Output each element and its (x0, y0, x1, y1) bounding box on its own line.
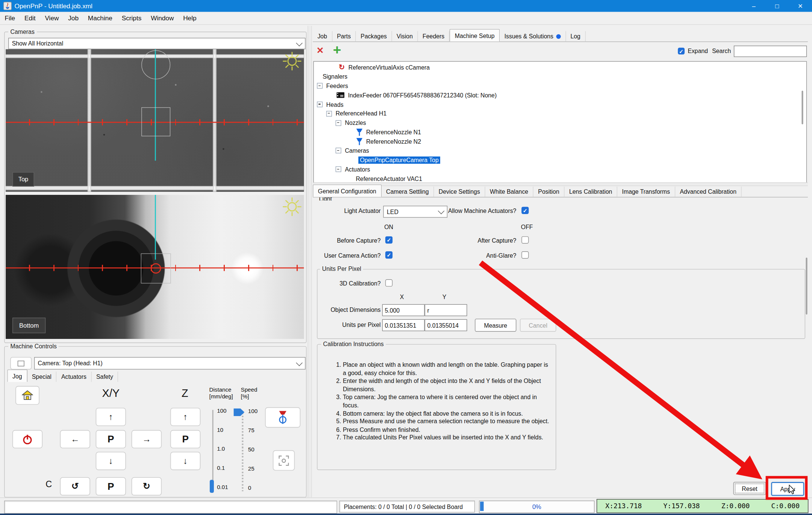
config-tab-camera-settling[interactable]: Camera Settling (382, 187, 434, 197)
camera-view-selector[interactable]: Show All Horizontal (8, 38, 306, 49)
z-header: Z (171, 387, 199, 400)
tree-node-nozzles[interactable]: Nozzles (314, 118, 806, 128)
menu-file[interactable]: File (0, 15, 20, 22)
brightness-sun-icon[interactable] (282, 196, 302, 217)
menu-help[interactable]: Help (179, 15, 201, 22)
tree-node-referenceactuator-vac1[interactable]: ReferenceActuator VAC1 (314, 174, 806, 183)
tree-node-referencevirtualaxis-ccamera[interactable]: ↻ReferenceVirtualAxis cCamera (314, 63, 806, 72)
tree-expander-icon[interactable] (317, 102, 323, 107)
user-camera-action-checkbox[interactable] (385, 251, 392, 258)
search-input[interactable] (734, 46, 807, 57)
apply-button[interactable]: Apply (771, 482, 804, 496)
mc-tab-safety[interactable]: Safety (92, 372, 118, 382)
reset-button[interactable]: Reset (733, 482, 766, 495)
tab-machine-setup[interactable]: Machine Setup (450, 29, 500, 41)
tree-expander-icon[interactable] (336, 148, 341, 153)
tree-node-signalers[interactable]: Signalers (314, 72, 806, 81)
distance-slider-handle[interactable] (210, 480, 214, 493)
mc-tab-jog[interactable]: Jog (7, 369, 27, 382)
mc-tab-special[interactable]: Special (27, 372, 56, 382)
jog-y-plus-button[interactable]: ↑ (96, 408, 126, 426)
config-tab-white-balance[interactable]: White Balance (485, 187, 533, 197)
object-dimensions-y-input[interactable]: r (425, 304, 467, 316)
tree-expander-icon[interactable] (336, 120, 341, 126)
tab-log[interactable]: Log (566, 31, 586, 42)
jog-z-minus-button[interactable]: ↓ (170, 452, 200, 470)
tree-node-indexfeeder-0670ff565457888367212340-slot-none[interactable]: IndexFeeder 0670FF565457888367212340 (Sl… (314, 91, 806, 100)
tree-expander-icon[interactable] (326, 111, 332, 117)
position-nozzle-over-camera-button[interactable] (265, 407, 300, 428)
tree-node-label: ReferenceNozzle N1 (365, 129, 423, 136)
minimize-button[interactable]: – (742, 0, 765, 12)
panel-splitter[interactable] (308, 26, 312, 498)
menu-edit[interactable]: Edit (20, 15, 40, 22)
collapse-jog-button[interactable] (11, 357, 32, 369)
menu-scripts[interactable]: Scripts (117, 15, 146, 22)
config-tab-advanced-calibration[interactable]: Advanced Calibration (675, 187, 742, 197)
menu-view[interactable]: View (40, 15, 64, 22)
home-button[interactable] (15, 386, 39, 405)
config-tab-lens-calibration[interactable]: Lens Calibration (564, 187, 617, 197)
menu-job[interactable]: Job (64, 15, 83, 22)
notification-dot (556, 34, 561, 38)
menu-window[interactable]: Window (146, 15, 179, 22)
config-tab-image-transforms[interactable]: Image Transforms (617, 187, 675, 197)
close-button[interactable]: ✕ (789, 0, 812, 12)
tree-node-heads[interactable]: Heads (314, 100, 806, 109)
tree-expander-icon[interactable] (336, 167, 341, 172)
bottom-camera-view[interactable]: Bottom (6, 195, 304, 339)
expand-checkbox[interactable] (678, 48, 685, 55)
config-scrollbar[interactable] (806, 258, 807, 315)
tree-node-referencehead-h1[interactable]: ReferenceHead H1 (314, 109, 806, 118)
jog-y-minus-button[interactable]: ↓ (96, 452, 126, 470)
rotate-cw-button[interactable]: ↻ (132, 477, 162, 495)
tab-vision[interactable]: Vision (392, 31, 418, 42)
tab-packages[interactable]: Packages (356, 31, 392, 42)
config-tab-general-configuration[interactable]: General Configuration (313, 184, 382, 197)
rotate-ccw-button[interactable]: ↺ (60, 477, 90, 495)
tree-config-splitter[interactable] (313, 182, 808, 186)
delete-node-button[interactable]: ✕ (317, 45, 324, 56)
brightness-sun-icon[interactable] (282, 51, 302, 71)
object-dimensions-x-input[interactable]: 5.000 (382, 304, 425, 316)
tab-issues-solutions[interactable]: Issues & Solutions (500, 31, 566, 42)
tab-job[interactable]: Job (313, 31, 332, 42)
mc-tab-actuators[interactable]: Actuators (57, 372, 92, 382)
menu-machine[interactable]: Machine (83, 15, 117, 22)
jog-target-selector[interactable]: Camera: Top (Head: H1) (34, 357, 306, 369)
position-camera-button[interactable] (273, 450, 295, 471)
speed-slider[interactable] (242, 413, 243, 491)
top-camera-view[interactable]: Top (6, 49, 304, 192)
tree-node-referencenozzle-n1[interactable]: ReferenceNozzle N1 (314, 128, 806, 137)
jog-x-minus-button[interactable]: ← (60, 430, 90, 448)
units-per-pixel-x-input[interactable]: 0.01351351 (382, 319, 425, 331)
power-button[interactable] (12, 430, 42, 448)
units-per-pixel-y-input[interactable]: 0.01355014 (425, 319, 467, 331)
tree-node-actuators[interactable]: Actuators (314, 165, 806, 174)
config-tab-device-settings[interactable]: Device Settings (434, 187, 485, 197)
3d-calibration-checkbox[interactable] (385, 279, 392, 286)
after-capture-checkbox[interactable] (521, 236, 529, 243)
maximize-button[interactable]: □ (765, 0, 789, 12)
z-park-button[interactable]: P (170, 430, 200, 448)
anti-glare-checkbox[interactable] (521, 251, 529, 258)
xy-park-button[interactable]: P (96, 430, 126, 448)
light-actuator-selector[interactable]: LED (383, 206, 447, 218)
before-capture-checkbox[interactable] (385, 236, 392, 243)
measure-button[interactable]: Measure (475, 319, 516, 331)
cancel-button[interactable]: Cancel (520, 319, 556, 331)
tab-parts[interactable]: Parts (332, 31, 356, 42)
tree-node-cameras[interactable]: Cameras (314, 146, 806, 155)
jog-x-plus-button[interactable]: → (132, 430, 162, 448)
tree-node-openpnpcapturecamera-top[interactable]: OpenPnpCaptureCamera Top (314, 155, 806, 165)
tab-feeders[interactable]: Feeders (418, 31, 450, 42)
tree-node-referencenozzle-n2[interactable]: ReferenceNozzle N2 (314, 137, 806, 146)
config-tab-position[interactable]: Position (533, 187, 565, 197)
allow-machine-actuators-checkbox[interactable] (521, 207, 529, 214)
jog-z-plus-button[interactable]: ↑ (170, 408, 200, 426)
tree-expander-icon[interactable] (317, 83, 323, 89)
tree-scrollbar[interactable] (801, 91, 803, 125)
tree-node-feeders[interactable]: Feeders (314, 81, 806, 91)
c-park-button[interactable]: P (96, 477, 126, 495)
add-node-button[interactable]: + (333, 42, 341, 58)
